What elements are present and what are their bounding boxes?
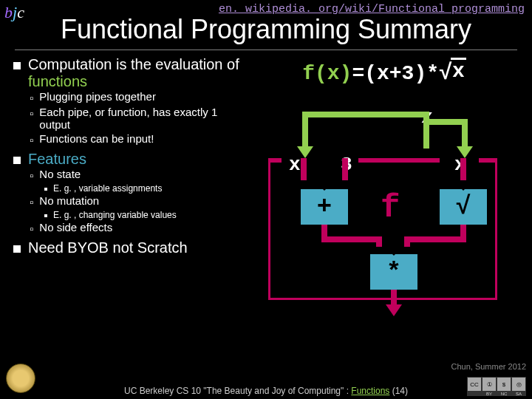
sub-bullet: No side effects [39,221,112,233]
bullet-1: Computation is the evaluation of functio… [28,56,245,90]
slide-title: Functional Programming Summary [0,14,532,45]
dot-icon [44,214,47,217]
footer: UC Berkeley CS 10 "The Beauty and Joy of… [0,386,532,396]
subsub-bullet: E. g. , changing variable values [53,210,177,220]
square-bullet-icon [13,157,21,164]
formula: f(x)=(x+3)*√x [245,61,523,86]
attribution: Chun, Summer 2012 [451,362,527,371]
sub-bullet: Plugging pipes together [39,90,156,103]
chevron-icon: ▫ [30,134,33,146]
sqrt-node: √ [440,189,487,225]
dot-icon [44,188,47,191]
sub-bullet: No state [39,168,81,180]
subsub-bullet: E. g. , variable assignments [53,183,162,194]
sub-bullet: Each pipe, or function, has exactly 1 ou… [39,106,245,131]
bjc-logo: bjc [4,3,24,22]
footer-link[interactable]: Functions [351,386,389,396]
chevron-icon: ▫ [30,222,33,235]
function-diagram: x x 3 x + √ f [262,86,506,315]
bullet-3: Need BYOB not Scratch [28,239,188,256]
bullet-column: Computation is the evaluation of functio… [9,56,245,337]
chevron-icon: ▫ [30,107,33,120]
sub-bullet: Functions can be input! [39,132,154,145]
f-label: f [381,189,400,226]
square-bullet-icon [13,62,21,69]
plus-node: + [301,189,348,225]
cc-license-icon: CC①$◎ BYNCSA [467,377,526,396]
bullet-2: Features [28,151,86,168]
mul-node: * [370,254,417,290]
divider [15,50,517,50]
chevron-icon: ▫ [30,92,33,104]
chevron-icon: ▫ [30,196,33,208]
sub-bullet: No mutation [39,194,99,207]
accent-word: functions [28,73,87,89]
square-bullet-icon [13,245,21,253]
source-url[interactable]: en. wikipedia. org/wiki/Functional_progr… [0,0,532,16]
chevron-icon: ▫ [30,169,33,182]
